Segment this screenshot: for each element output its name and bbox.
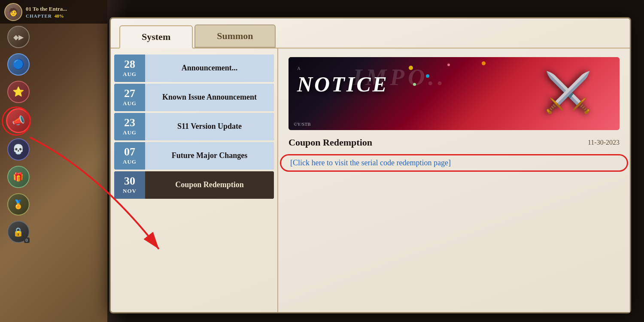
list-item[interactable]: 23 AUG S11 Version Update <box>114 113 274 140</box>
avatar: 🧑 <box>4 3 22 21</box>
date-month: AUG <box>123 158 137 165</box>
list-panel: 28 AUG Announcement... 27 AUG Known Issu… <box>111 49 278 312</box>
tabs-header: System Summon <box>111 18 630 49</box>
date-badge-selected: 30 NOV <box>114 171 145 199</box>
nav-icon: ◆▶ <box>13 33 24 41</box>
badge-red-icon: ⭐ <box>12 86 24 97</box>
gift-button[interactable]: 🎁 <box>7 166 30 188</box>
date-badge: 28 AUG <box>114 55 145 82</box>
date-badge: 07 AUG <box>114 142 145 170</box>
confetti-4 <box>413 83 416 86</box>
date-month: AUG <box>123 129 137 136</box>
confetti-5 <box>482 61 486 65</box>
chapter-sub: CHAPTER 48% <box>26 13 67 18</box>
item-title: Known Issue Announcement <box>145 84 274 111</box>
count-badge: 0 <box>24 237 30 243</box>
article-date: 11-30-2023 <box>588 139 620 146</box>
date-badge: 27 AUG <box>114 84 145 111</box>
nav-arrows-button[interactable]: ◆▶ <box>7 26 30 48</box>
date-day: 28 <box>124 59 135 70</box>
date-month: NOV <box>123 188 137 194</box>
date-badge: 23 AUG <box>114 113 145 140</box>
content-area: 28 AUG Announcement... 27 AUG Known Issu… <box>111 49 630 312</box>
badge-red-button[interactable]: ⭐ <box>7 81 30 103</box>
lock-button[interactable]: 🔒 0 <box>7 221 30 243</box>
character-button[interactable]: 💀 <box>7 138 30 161</box>
notice-banner: IMPO.. A NOTICE ©Y/STB ⚔️ <box>289 57 620 130</box>
chapter-title: 01 To the Entra... <box>26 6 67 12</box>
character-silhouette: ⚔️ <box>521 57 615 130</box>
tab-summon[interactable]: Summon <box>194 24 275 48</box>
redemption-link[interactable]: [Click here to visit the serial code red… <box>289 155 453 171</box>
notice-copyright: ©Y/STB <box>294 122 311 127</box>
confetti-3 <box>447 64 450 66</box>
chapter-info: 01 To the Entra... CHAPTER 48% <box>26 6 67 18</box>
confetti-2 <box>426 74 429 78</box>
right-panel: IMPO.. A NOTICE ©Y/STB ⚔️ <box>278 49 630 312</box>
list-item[interactable]: 27 AUG Known Issue Announcement <box>114 84 274 111</box>
item-title: Future Major Changes <box>145 142 274 170</box>
date-day: 30 <box>124 176 135 187</box>
lock-icon: 🔒 <box>13 227 24 237</box>
list-item[interactable]: 07 AUG Future Major Changes <box>114 142 274 170</box>
announcement-icon: 📣 <box>12 115 25 127</box>
confetti-1 <box>409 66 413 70</box>
medal-button[interactable]: 🏅 <box>7 193 30 216</box>
chapter-progress: 48% <box>55 13 64 18</box>
article-title: Coupon Redemption <box>289 137 372 148</box>
modal-panel: System Summon 28 AUG Announcement... 27 … <box>109 17 631 313</box>
date-day: 27 <box>124 88 135 99</box>
chapter-label: CHAPTER <box>26 13 52 18</box>
date-day: 07 <box>124 146 135 158</box>
small-letter: A <box>297 66 389 71</box>
item-title: Announcement... <box>145 55 274 82</box>
list-item[interactable]: 28 AUG Announcement... <box>114 55 274 82</box>
top-bar: 🧑 01 To the Entra... CHAPTER 48% <box>0 0 107 24</box>
badge-blue-icon: 🔵 <box>12 59 24 70</box>
sidebar-icons: ◆▶ 🔵 ⭐ 📣 💀 🎁 🏅 🔒 0 <box>4 26 32 243</box>
announcement-button[interactable]: 📣 <box>6 108 31 133</box>
notice-title: NOTICE <box>297 72 389 97</box>
list-item-selected[interactable]: 30 NOV Coupon Redemption <box>114 171 274 199</box>
date-month: AUG <box>123 71 137 78</box>
tab-system[interactable]: System <box>119 25 193 49</box>
character-icon: 💀 <box>12 144 24 155</box>
medal-icon: 🏅 <box>13 199 24 210</box>
item-title: S11 Version Update <box>145 113 274 140</box>
redemption-link-container: [Click here to visit the serial code red… <box>289 155 620 171</box>
date-month: AUG <box>123 100 137 107</box>
gift-icon: 🎁 <box>13 172 24 182</box>
badge-blue-button[interactable]: 🔵 <box>7 53 30 76</box>
item-title-selected: Coupon Redemption <box>145 171 274 199</box>
date-day: 23 <box>124 117 135 128</box>
article-info: Coupon Redemption 11-30-2023 <box>289 137 620 148</box>
